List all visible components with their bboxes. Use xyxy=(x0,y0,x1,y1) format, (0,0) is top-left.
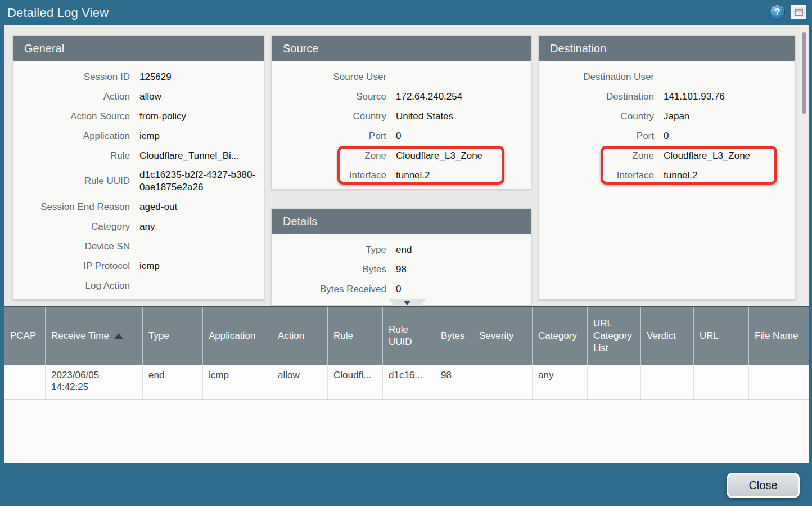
titlebar: Detailed Log View ? xyxy=(0,0,812,25)
destination-panel: Destination Destination User Destination… xyxy=(538,35,796,300)
cell-bytes: 98 xyxy=(435,365,473,399)
help-icon[interactable]: ? xyxy=(770,5,785,20)
column-header-rule[interactable]: Rule xyxy=(327,307,382,365)
field-destination-interface: Interfacetunnel.2 xyxy=(539,165,795,185)
help-icon-glyph: ? xyxy=(774,7,780,18)
field-action-source: Action Sourcefrom-policy xyxy=(13,106,264,126)
maximize-window-icon[interactable] xyxy=(791,5,806,19)
column-header-application[interactable]: Application xyxy=(202,307,272,365)
column-header-bytes[interactable]: Bytes xyxy=(435,307,473,365)
column-header-url-category-list[interactable]: URL Category List xyxy=(587,307,640,365)
titlebar-icons: ? xyxy=(770,5,806,20)
field-source-port: Port0 xyxy=(272,126,531,146)
field-source-country: CountryUnited States xyxy=(272,106,531,126)
field-action: Actionallow xyxy=(13,87,264,106)
source-panel-header: Source xyxy=(272,36,531,61)
field-ip-protocol: IP Protocolicmp xyxy=(13,256,264,276)
field-destination: Destination141.101.93.76 xyxy=(539,87,795,106)
column-header-type[interactable]: Type xyxy=(142,307,202,365)
sort-ascending-icon xyxy=(114,333,123,339)
field-generated-time: Generated Time2023/06/05 14:42:25 xyxy=(13,295,264,300)
cell-action: allow xyxy=(272,365,327,399)
field-session-end-reason: Session End Reasonaged-out xyxy=(13,197,264,217)
field-destination-user: Destination User xyxy=(539,67,795,87)
field-type: Typeend xyxy=(272,240,531,259)
log-table-row[interactable]: 2023/06/05 14:42:25 end icmp allow Cloud… xyxy=(4,365,809,400)
details-panel-header: Details xyxy=(272,209,531,234)
field-source-zone: ZoneCloudflare_L3_Zone xyxy=(272,146,531,165)
field-category: Categoryany xyxy=(13,217,264,236)
field-rule: RuleCloudflare_Tunnel_Bi... xyxy=(13,146,264,165)
column-header-category[interactable]: Category xyxy=(532,307,587,365)
source-panel-body: Source User Source172.64.240.254 Country… xyxy=(272,61,531,185)
column-header-action[interactable]: Action xyxy=(272,307,327,365)
field-log-action: Log Action xyxy=(13,276,264,295)
chevron-down-icon xyxy=(404,301,410,305)
cell-application: icmp xyxy=(202,365,272,399)
cell-rule-uuid: d1c16... xyxy=(382,365,435,399)
field-source-interface: Interfacetunnel.2 xyxy=(272,165,531,185)
log-table-header: PCAP Receive Time Type Application Actio… xyxy=(4,307,809,365)
field-bytes-received: Bytes Received0 xyxy=(272,279,531,299)
general-panel-header: General xyxy=(13,36,264,61)
field-rule-uuid: Rule UUIDd1c16235-b2f2-4327-b380-0ae1875… xyxy=(13,165,264,197)
column-header-file-name[interactable]: File Name xyxy=(748,307,809,365)
field-device-sn: Device SN xyxy=(13,236,264,256)
collapse-handle[interactable] xyxy=(389,299,426,306)
column-header-url[interactable]: URL xyxy=(693,307,748,365)
field-destination-country: CountryJapan xyxy=(539,106,795,126)
details-panel: Details Typeend Bytes98 Bytes Received0 xyxy=(271,208,531,306)
log-detail-area: General Session ID125629 Actionallow Act… xyxy=(4,25,809,306)
log-table: PCAP Receive Time Type Application Actio… xyxy=(4,306,809,463)
column-header-rule-uuid[interactable]: Rule UUID xyxy=(382,307,435,365)
dialog-title: Detailed Log View xyxy=(7,6,109,20)
field-bytes: Bytes98 xyxy=(272,259,531,279)
cell-rule: Cloudfl... xyxy=(327,365,382,399)
cell-url-category-list xyxy=(587,365,640,399)
field-source: Source172.64.240.254 xyxy=(272,87,531,106)
field-source-user: Source User xyxy=(272,67,531,87)
column-header-pcap[interactable]: PCAP xyxy=(4,307,45,365)
field-session-id: Session ID125629 xyxy=(13,67,264,87)
vertical-scrollbar-thumb[interactable] xyxy=(802,32,806,114)
general-panel-body: Session ID125629 Actionallow Action Sour… xyxy=(13,61,264,300)
cell-receive-time: 2023/06/05 14:42:25 xyxy=(45,365,142,399)
close-button[interactable]: Close xyxy=(727,473,800,498)
cell-file-name xyxy=(748,365,809,399)
cell-pcap xyxy=(4,365,45,399)
cell-url xyxy=(693,365,748,399)
field-destination-zone: ZoneCloudflare_L3_Zone xyxy=(539,146,795,165)
column-header-verdict[interactable]: Verdict xyxy=(640,307,693,365)
maximize-window-icon-glyph xyxy=(795,9,803,16)
field-application: Applicationicmp xyxy=(13,126,264,146)
cell-verdict xyxy=(640,365,693,399)
cell-severity xyxy=(473,365,532,399)
destination-panel-body: Destination User Destination141.101.93.7… xyxy=(539,61,795,185)
column-header-receive-time[interactable]: Receive Time xyxy=(45,307,142,365)
source-panel: Source Source User Source172.64.240.254 … xyxy=(271,35,531,190)
general-panel: General Session ID125629 Actionallow Act… xyxy=(12,35,264,300)
vertical-scrollbar-track[interactable] xyxy=(800,25,808,306)
field-destination-port: Port0 xyxy=(539,126,795,146)
cell-category: any xyxy=(532,365,587,399)
destination-panel-header: Destination xyxy=(539,36,795,61)
cell-type: end xyxy=(142,365,202,399)
details-panel-body: Typeend Bytes98 Bytes Received0 xyxy=(272,234,531,299)
column-header-severity[interactable]: Severity xyxy=(473,307,532,365)
